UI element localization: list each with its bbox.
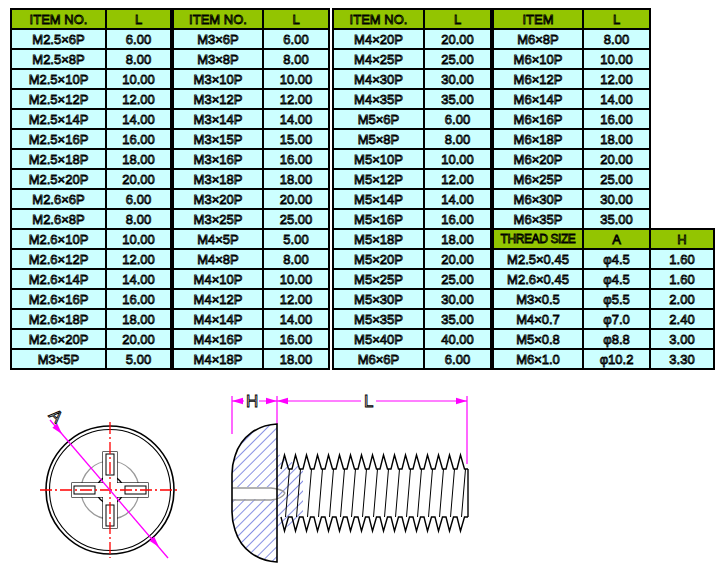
table-row: M2.6×8P8.00: [11, 209, 171, 229]
item-cell: M6×35P: [493, 209, 583, 229]
value-cell: 16.00: [263, 329, 329, 349]
item-cell: M5×8P: [333, 129, 424, 149]
table-row: M2.5×18P18.00: [11, 149, 171, 169]
value-cell: 12.00: [583, 69, 650, 89]
item-cell: M6×16P: [493, 109, 583, 129]
table-row: M2.6×16P16.00: [11, 289, 171, 309]
table-row: M5×10P10.00: [333, 149, 491, 169]
item-cell: M4×25P: [333, 49, 424, 69]
column-header: A: [583, 229, 650, 249]
value-cell: φ8.8: [583, 329, 650, 349]
column-header: L: [263, 9, 329, 29]
table-row: M6×18P18.00: [493, 129, 650, 149]
value-cell: 14.00: [106, 269, 171, 289]
table-row: M2.6×12P12.00: [11, 249, 171, 269]
item-cell: M2.5×10P: [11, 69, 106, 89]
value-cell: 2.40: [650, 309, 714, 329]
value-cell: 3.00: [650, 329, 714, 349]
value-cell: 10.00: [583, 49, 650, 69]
column-header: L: [106, 9, 171, 29]
item-cell: M4×35P: [333, 89, 424, 109]
table-row: M3×15P15.00: [173, 129, 329, 149]
item-cell: M6×30P: [493, 189, 583, 209]
value-cell: 20.00: [424, 249, 491, 269]
value-cell: 3.30: [650, 349, 714, 369]
value-cell: 20.00: [106, 329, 171, 349]
item-cell: M6×18P: [493, 129, 583, 149]
column-header: ITEM NO.: [333, 9, 424, 29]
table-row: M3×8P8.00: [173, 49, 329, 69]
table-row: M4×10P10.00: [173, 269, 329, 289]
value-cell: 5.00: [263, 229, 329, 249]
table-row: M5×14P14.00: [333, 189, 491, 209]
value-cell: 20.00: [263, 189, 329, 209]
dim-label-h: H: [246, 392, 258, 411]
item-cell: M4×5P: [173, 229, 263, 249]
item-cell: M6×8P: [493, 29, 583, 49]
table-row: M6×6P6.00: [333, 349, 491, 369]
value-cell: 14.00: [263, 109, 329, 129]
value-cell: 35.00: [583, 209, 650, 229]
value-cell: 16.00: [106, 289, 171, 309]
table-row: M6×8P8.00: [493, 29, 650, 49]
item-cell: M5×30P: [333, 289, 424, 309]
header-row: ITEM NO.L: [173, 9, 329, 29]
value-cell: 14.00: [583, 89, 650, 109]
table-row: M3×12P12.00: [173, 89, 329, 109]
header-row: ITEML: [493, 9, 650, 29]
table-row: M2.6×10P10.00: [11, 229, 171, 249]
size-table-group-1: ITEM NO.LM2.5×6P6.00M2.5×8P8.00M2.5×10P1…: [10, 8, 172, 370]
item-cell: M4×18P: [173, 349, 263, 369]
value-cell: 16.00: [424, 209, 491, 229]
value-cell: 6.00: [424, 109, 491, 129]
value-cell: 25.00: [424, 49, 491, 69]
table-row: M6×1.0φ10.23.30: [493, 349, 714, 369]
table-row: M4×30P30.00: [333, 69, 491, 89]
item-cell: M6×6P: [333, 349, 424, 369]
head-top-view-drawing: A: [26, 396, 198, 572]
table-row: M2.5×16P16.00: [11, 129, 171, 149]
table-row: M2.6×18P18.00: [11, 309, 171, 329]
table-row: M6×30P30.00: [493, 189, 650, 209]
value-cell: 1.60: [650, 249, 714, 269]
table-row: M4×20P20.00: [333, 29, 491, 49]
table-row: M6×20P20.00: [493, 149, 650, 169]
value-cell: 30.00: [583, 189, 650, 209]
item-cell: M5×40P: [333, 329, 424, 349]
table-row: M3×20P20.00: [173, 189, 329, 209]
item-cell: M5×0.8: [493, 329, 583, 349]
item-cell: M5×20P: [333, 249, 424, 269]
value-cell: 18.00: [263, 349, 329, 369]
item-cell: M5×12P: [333, 169, 424, 189]
table-row: M4×8P8.00: [173, 249, 329, 269]
column-header: L: [424, 9, 491, 29]
value-cell: 16.00: [583, 109, 650, 129]
table-row: M5×12P12.00: [333, 169, 491, 189]
item-cell: M2.6×20P: [11, 329, 106, 349]
table-row: M2.6×20P20.00: [11, 329, 171, 349]
item-cell: M2.5×20P: [11, 169, 106, 189]
item-cell: M4×8P: [173, 249, 263, 269]
value-cell: 6.00: [106, 29, 171, 49]
value-cell: 8.00: [263, 49, 329, 69]
table-row: M4×14P14.00: [173, 309, 329, 329]
value-cell: 18.00: [263, 169, 329, 189]
table-row: M2.5×6P6.00: [11, 29, 171, 49]
value-cell: φ4.5: [583, 269, 650, 289]
value-cell: 12.00: [106, 89, 171, 109]
value-cell: φ4.5: [583, 249, 650, 269]
size-table-group-2: ITEM NO.LM3×6P6.00M3×8P8.00M3×10P10.00M3…: [172, 8, 330, 370]
column-header: THREAD SIZE: [493, 229, 583, 249]
value-cell: 10.00: [106, 69, 171, 89]
value-cell: 15.00: [263, 129, 329, 149]
item-cell: M2.5×6P: [11, 29, 106, 49]
table-row: M4×25P25.00: [333, 49, 491, 69]
value-cell: 14.00: [106, 109, 171, 129]
table-row: M5×16P16.00: [333, 209, 491, 229]
item-cell: M4×14P: [173, 309, 263, 329]
item-cell: M2.6×6P: [11, 189, 106, 209]
table-row: M3×16P16.00: [173, 149, 329, 169]
item-cell: M5×35P: [333, 309, 424, 329]
item-cell: M4×10P: [173, 269, 263, 289]
item-cell: M3×6P: [173, 29, 263, 49]
